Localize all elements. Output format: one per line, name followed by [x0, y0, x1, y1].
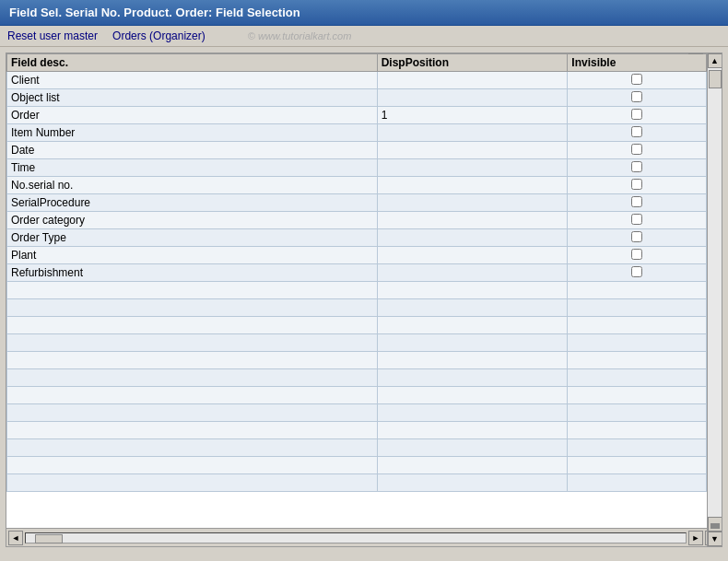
horizontal-scrollbar[interactable]: ◄ ► ►: [6, 528, 722, 546]
scroll-up-button[interactable]: ▲: [708, 53, 722, 68]
disp-position-cell[interactable]: [377, 247, 568, 264]
field-desc-cell[interactable]: [7, 439, 378, 457]
field-desc-cell[interactable]: [7, 317, 378, 334]
disp-position-cell[interactable]: [377, 422, 568, 439]
table-row: Order1: [7, 107, 707, 124]
disp-position-cell[interactable]: [377, 369, 568, 387]
invisible-cell[interactable]: [568, 457, 707, 474]
scroll-down-button[interactable]: ▼: [708, 532, 722, 546]
invisible-checkbox[interactable]: [631, 214, 642, 225]
vertical-scrollbar[interactable]: ▲ ▼: [707, 53, 722, 546]
invisible-cell[interactable]: [568, 212, 707, 229]
field-desc-cell[interactable]: [7, 404, 378, 422]
scroll-left-button[interactable]: ◄: [8, 531, 23, 545]
invisible-cell[interactable]: [568, 317, 707, 334]
scroll-thumb-vertical[interactable]: [709, 70, 722, 88]
disp-position-cell[interactable]: [377, 334, 568, 352]
scroll-track-vertical[interactable]: [708, 68, 722, 517]
field-desc-cell[interactable]: [7, 282, 378, 299]
menu-reset-user-master[interactable]: Reset user master: [7, 29, 98, 42]
invisible-cell[interactable]: [568, 229, 707, 247]
invisible-cell[interactable]: [568, 404, 707, 422]
field-desc-cell[interactable]: [7, 299, 378, 317]
disp-position-cell[interactable]: [377, 404, 568, 422]
invisible-checkbox[interactable]: [631, 126, 642, 137]
disp-position-cell[interactable]: [377, 194, 568, 212]
disp-position-cell[interactable]: 1: [377, 107, 568, 124]
invisible-cell[interactable]: [568, 474, 707, 492]
disp-position-cell[interactable]: [377, 282, 568, 299]
scroll-resize-handle[interactable]: [708, 517, 722, 532]
field-desc-cell[interactable]: [7, 387, 378, 404]
invisible-cell[interactable]: [568, 282, 707, 299]
field-desc-cell[interactable]: [7, 352, 378, 369]
field-desc-cell[interactable]: Refurbishment: [7, 264, 378, 282]
invisible-checkbox[interactable]: [631, 249, 642, 260]
field-desc-cell[interactable]: SerialProcedure: [7, 194, 378, 212]
invisible-cell[interactable]: [568, 299, 707, 317]
menu-orders-organizer[interactable]: Orders (Organizer): [112, 29, 205, 42]
disp-position-cell[interactable]: [377, 474, 568, 492]
field-desc-cell[interactable]: Date: [7, 142, 378, 159]
disp-position-cell[interactable]: [377, 229, 568, 247]
disp-position-cell[interactable]: [377, 457, 568, 474]
invisible-checkbox[interactable]: [631, 161, 642, 172]
field-desc-cell[interactable]: [7, 369, 378, 387]
field-desc-cell[interactable]: [7, 457, 378, 474]
disp-position-cell[interactable]: [377, 142, 568, 159]
disp-position-cell[interactable]: [377, 439, 568, 457]
invisible-checkbox[interactable]: [631, 74, 642, 85]
menu-bar: Reset user master Orders (Organizer) © w…: [0, 26, 728, 47]
invisible-checkbox[interactable]: [631, 196, 642, 207]
invisible-cell[interactable]: [568, 247, 707, 264]
invisible-checkbox[interactable]: [631, 109, 642, 120]
invisible-cell[interactable]: [568, 177, 707, 194]
field-desc-cell[interactable]: Object list: [7, 89, 378, 107]
invisible-checkbox[interactable]: [631, 144, 642, 155]
field-desc-cell[interactable]: Order Type: [7, 229, 378, 247]
scroll-thumb-horizontal[interactable]: [35, 534, 63, 543]
disp-position-cell[interactable]: [377, 264, 568, 282]
disp-position-cell[interactable]: [377, 317, 568, 334]
disp-position-cell[interactable]: [377, 124, 568, 142]
invisible-cell[interactable]: [568, 264, 707, 282]
invisible-cell[interactable]: [568, 89, 707, 107]
invisible-checkbox[interactable]: [631, 266, 642, 277]
field-desc-cell[interactable]: [7, 422, 378, 439]
disp-position-cell[interactable]: [377, 299, 568, 317]
disp-position-cell[interactable]: [377, 159, 568, 177]
field-desc-cell[interactable]: Time: [7, 159, 378, 177]
disp-position-cell[interactable]: [377, 177, 568, 194]
invisible-cell[interactable]: [568, 369, 707, 387]
disp-position-cell[interactable]: [377, 72, 568, 89]
disp-position-cell[interactable]: [377, 352, 568, 369]
invisible-cell[interactable]: [568, 194, 707, 212]
invisible-checkbox[interactable]: [631, 91, 642, 102]
disp-position-cell[interactable]: [377, 387, 568, 404]
field-desc-cell[interactable]: [7, 334, 378, 352]
field-desc-cell[interactable]: Plant: [7, 247, 378, 264]
table-row: Item Number: [7, 124, 707, 142]
field-desc-cell[interactable]: Order: [7, 107, 378, 124]
invisible-cell[interactable]: [568, 439, 707, 457]
invisible-checkbox[interactable]: [631, 231, 642, 242]
invisible-cell[interactable]: [568, 72, 707, 89]
invisible-cell[interactable]: [568, 334, 707, 352]
field-desc-cell[interactable]: Order category: [7, 212, 378, 229]
invisible-cell[interactable]: [568, 422, 707, 439]
field-desc-cell[interactable]: Client: [7, 72, 378, 89]
invisible-cell[interactable]: [568, 387, 707, 404]
invisible-cell[interactable]: [568, 107, 707, 124]
scroll-track-horizontal[interactable]: [25, 532, 687, 543]
field-desc-cell[interactable]: No.serial no.: [7, 177, 378, 194]
disp-position-cell[interactable]: [377, 89, 568, 107]
field-desc-cell[interactable]: [7, 474, 378, 492]
invisible-cell[interactable]: [568, 142, 707, 159]
disp-position-cell[interactable]: [377, 212, 568, 229]
invisible-checkbox[interactable]: [631, 179, 642, 190]
invisible-cell[interactable]: [568, 159, 707, 177]
invisible-cell[interactable]: [568, 124, 707, 142]
scroll-right-button[interactable]: ►: [688, 531, 703, 545]
invisible-cell[interactable]: [568, 352, 707, 369]
field-desc-cell[interactable]: Item Number: [7, 124, 378, 142]
